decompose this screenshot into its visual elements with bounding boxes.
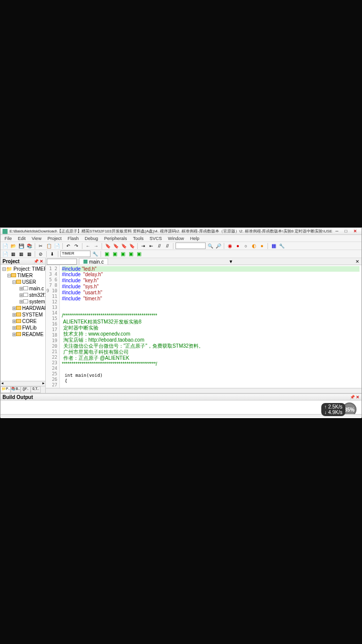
paste-icon[interactable]: 📄 — [53, 243, 60, 250]
project-tree[interactable]: ⊟📁 Project: TIMER ⊟TIMER ⊟USER ⊞main.c ⊞… — [1, 265, 45, 381]
tree-file[interactable]: ⊞main.c — [2, 285, 44, 292]
menu-help[interactable]: Help — [187, 236, 203, 241]
project-panel: Project 📌 ✕ ⊟📁 Project: TIMER ⊟TIMER ⊟US… — [1, 258, 46, 393]
tree-target[interactable]: ⊟TIMER — [2, 272, 44, 279]
menu-svcs[interactable]: SVCS — [147, 236, 165, 241]
content-area: Project 📌 ✕ ⊟📁 Project: TIMER ⊟TIMER ⊟US… — [1, 258, 361, 393]
saveall-icon[interactable]: 📚 — [26, 243, 33, 250]
open-icon[interactable]: 📂 — [10, 243, 17, 250]
build-icon[interactable]: ▦ — [10, 251, 17, 258]
pin-icon[interactable]: 📌 — [34, 259, 39, 264]
tree-file[interactable]: ⊞system_stm — [2, 298, 44, 305]
new-icon[interactable]: 📄 — [2, 243, 9, 250]
tree-root[interactable]: ⊟📁 Project: TIMER — [2, 266, 44, 272]
tree-group-user[interactable]: ⊟USER — [2, 279, 44, 285]
menu-debug[interactable]: Debug — [81, 236, 101, 241]
tree-group-system[interactable]: ⊞SYSTEM — [2, 311, 44, 318]
close-button[interactable]: ✕ — [350, 229, 359, 234]
copy-icon[interactable]: 📋 — [45, 243, 52, 250]
debug-icon[interactable]: ◉ — [226, 243, 233, 250]
manage-icon[interactable]: ▣ — [103, 251, 110, 258]
app-icon — [3, 229, 8, 234]
undo-icon[interactable]: ↶ — [65, 243, 72, 250]
tab-project-icon[interactable]: 📁P.. — [1, 386, 11, 393]
pin-icon[interactable]: 📌 — [350, 395, 355, 399]
target-select[interactable]: TIMER — [60, 251, 90, 257]
tab-close-icon[interactable]: ✕ — [355, 259, 359, 264]
menu-file[interactable]: File — [2, 236, 15, 241]
indent-icon[interactable]: ⇥ — [140, 243, 147, 250]
manage2-icon[interactable]: ▣ — [111, 251, 118, 258]
menu-project[interactable]: Project — [44, 236, 64, 241]
translate-icon[interactable]: 📄 — [2, 251, 9, 258]
fwd-icon[interactable]: → — [93, 243, 100, 250]
func-combo[interactable] — [47, 259, 77, 265]
manage3-icon[interactable]: ▣ — [119, 251, 126, 258]
sep — [101, 251, 101, 257]
bp3-icon[interactable]: ◐ — [250, 243, 257, 250]
uncomment-icon[interactable]: // — [164, 243, 171, 250]
redo-icon[interactable]: ↷ — [73, 243, 80, 250]
sep — [102, 243, 102, 249]
tree-file[interactable]: ⊞stm32f10x_i — [2, 292, 44, 298]
statusbar — [1, 414, 361, 417]
sep — [173, 243, 173, 249]
bookmark-icon[interactable]: 🔖 — [104, 243, 111, 250]
tree-hscroll[interactable]: ◄► — [1, 381, 45, 386]
tree-group-readme[interactable]: ⊞README — [2, 331, 44, 338]
tree-group-fwlib[interactable]: ⊞FWLib — [2, 325, 44, 331]
maximize-button[interactable]: □ — [341, 229, 350, 234]
window-icon[interactable]: ▦ — [270, 243, 277, 250]
find-combo[interactable] — [175, 243, 206, 249]
editor-hscroll[interactable] — [46, 388, 361, 393]
side-tabs: 📁P.. 📚B.. {}F.. 0,T.. — [1, 386, 45, 393]
tab-func-icon[interactable]: {}F.. — [21, 386, 31, 393]
manage4-icon[interactable]: ▣ — [127, 251, 134, 258]
save-icon[interactable]: 💾 — [18, 243, 25, 250]
panel-close-icon[interactable]: ✕ — [40, 259, 43, 264]
find2-icon[interactable]: 🔎 — [215, 243, 222, 250]
project-header: Project 📌 ✕ — [1, 258, 45, 265]
back-icon[interactable]: ← — [84, 243, 92, 250]
options-icon[interactable]: 🔧 — [92, 251, 99, 258]
tab-temp-icon[interactable]: 0,T.. — [31, 386, 41, 393]
bookmark4-icon[interactable]: 🔖 — [128, 243, 135, 250]
sep — [82, 243, 82, 249]
comment-icon[interactable]: // — [156, 243, 163, 250]
download-icon[interactable]: ⬇ — [49, 251, 56, 258]
menu-tools[interactable]: Tools — [130, 236, 146, 241]
bookmark2-icon[interactable]: 🔖 — [112, 243, 119, 250]
tree-group-core[interactable]: ⊞CORE — [2, 318, 44, 325]
editor-tab-main[interactable]: main.c — [79, 258, 108, 265]
rebuild-icon[interactable]: ▦ — [18, 251, 25, 258]
minimize-button[interactable]: ─ — [332, 229, 341, 234]
ide-window: E:\BaiduNetdiskDownload\【正点原子】精英STM32F10… — [0, 227, 362, 418]
code-view[interactable]: 1 2 3 4 5 6 7 8 9 10 11 12 13 14 15 16 1… — [46, 265, 361, 388]
stop-icon[interactable]: ⊘ — [37, 251, 44, 258]
bp4-icon[interactable]: ● — [258, 243, 265, 250]
menu-edit[interactable]: Edit — [15, 236, 29, 241]
cut-icon[interactable]: ✂ — [37, 243, 44, 250]
find-icon[interactable]: 🔍 — [207, 243, 214, 250]
manage5-icon[interactable]: ▣ — [135, 251, 142, 258]
code-text[interactable]: #include "led.h"#include "delay.h" #incl… — [60, 265, 361, 388]
tab-books-icon[interactable]: 📚B.. — [11, 386, 21, 393]
sep — [137, 243, 138, 249]
batch-icon[interactable]: ▦ — [26, 251, 33, 258]
menu-view[interactable]: View — [29, 236, 44, 241]
sep — [35, 243, 35, 249]
outdent-icon[interactable]: ⇤ — [148, 243, 155, 250]
titlebar: E:\BaiduNetdiskDownload\【正点原子】精英STM32F10… — [1, 228, 361, 235]
speed-pill: ↑ 2.5K/s ↓ 4.9K/s — [321, 403, 345, 416]
menu-window[interactable]: Window — [165, 236, 187, 241]
bp2-icon[interactable]: ○ — [242, 243, 249, 250]
bookmark3-icon[interactable]: 🔖 — [120, 243, 127, 250]
menu-peripherals[interactable]: Peripherals — [101, 236, 130, 241]
tree-group-hardware[interactable]: ⊞HARDWARE — [2, 305, 44, 311]
menu-flash[interactable]: Flash — [64, 236, 81, 241]
panel-close-icon[interactable]: ✕ — [356, 395, 359, 399]
tab-dropdown-icon[interactable]: ▼ — [229, 259, 233, 264]
sep — [58, 251, 58, 257]
config-icon[interactable]: 🔧 — [278, 243, 285, 250]
bp-icon[interactable]: ● — [234, 243, 241, 250]
